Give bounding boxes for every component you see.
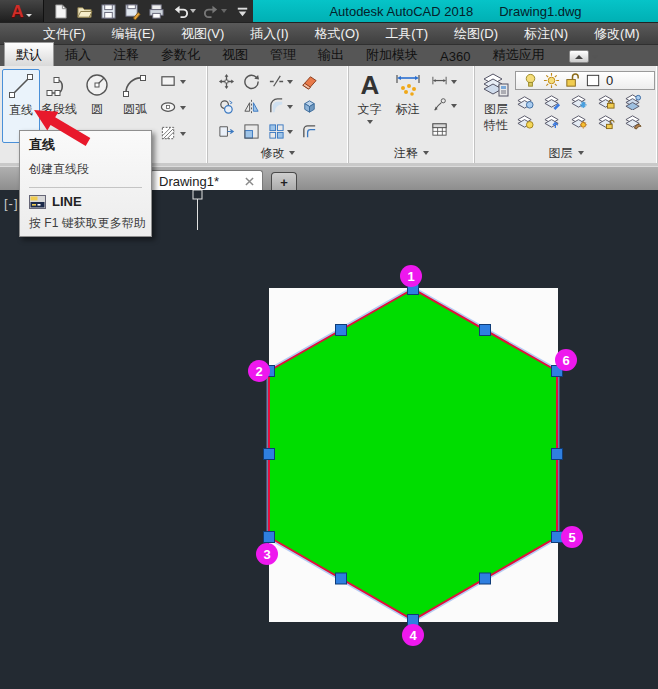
tab-featured-apps[interactable]: 精选应用 xyxy=(481,43,555,66)
collapse-dropdown-icon xyxy=(592,55,598,59)
plot-button[interactable] xyxy=(148,3,165,20)
grip-mid-top-left[interactable] xyxy=(336,325,347,336)
layer-dropdown[interactable]: 0 xyxy=(515,71,655,90)
menu-format[interactable]: 格式(O) xyxy=(302,23,373,45)
menu-modify[interactable]: 修改(M) xyxy=(581,23,653,45)
menu-parametric[interactable]: 参数(P) xyxy=(653,23,658,45)
leader-button[interactable] xyxy=(431,97,457,114)
erase-button[interactable] xyxy=(301,73,318,90)
drawing-canvas[interactable]: [-] xyxy=(0,190,658,689)
redo-button[interactable] xyxy=(203,3,227,20)
layer-properties-button[interactable]: 图层 特性 xyxy=(479,69,513,143)
layer-isolate-button[interactable] xyxy=(544,93,561,110)
save-button[interactable] xyxy=(100,3,117,20)
undo-dropdown-icon[interactable] xyxy=(190,9,196,13)
dimension-button[interactable]: 标注 xyxy=(389,69,427,143)
collapse-caret-icon xyxy=(575,55,583,59)
layer-on-button[interactable] xyxy=(517,113,534,130)
layer-freeze-button[interactable] xyxy=(571,93,588,110)
close-tab-icon[interactable] xyxy=(245,177,254,186)
tab-a360[interactable]: A360 xyxy=(429,46,481,66)
tab-insert[interactable]: 插入 xyxy=(54,43,102,66)
grip-vertex-4[interactable] xyxy=(408,615,419,626)
drawing-tab[interactable]: Drawing1* xyxy=(150,170,263,191)
menu-view[interactable]: 视图(V) xyxy=(168,23,237,45)
save-as-button[interactable] xyxy=(124,3,141,20)
offset-button[interactable] xyxy=(301,123,318,140)
open-file-button[interactable] xyxy=(76,3,93,20)
modify-panel-footer[interactable]: 修改 xyxy=(208,143,347,163)
array-dropdown-icon[interactable] xyxy=(287,130,293,134)
redo-icon xyxy=(203,3,220,20)
layer-walk-button[interactable] xyxy=(625,113,642,130)
table-button[interactable] xyxy=(431,121,457,138)
menu-draw[interactable]: 绘图(D) xyxy=(441,23,511,45)
trim-dropdown-icon[interactable] xyxy=(287,80,293,84)
text-dropdown-icon[interactable] xyxy=(367,120,373,124)
modify-panel: 修改 xyxy=(208,66,348,163)
layer-on-bulb-icon xyxy=(522,72,539,89)
layer-merge-button[interactable] xyxy=(625,93,642,110)
stretch-button[interactable] xyxy=(218,123,235,140)
grip-vertex-5[interactable] xyxy=(552,532,563,543)
menu-bar: 文件(F) 编辑(E) 视图(V) 插入(I) 格式(O) 工具(T) 绘图(D… xyxy=(0,22,658,44)
copy-button[interactable] xyxy=(218,98,235,115)
hatch-button[interactable] xyxy=(160,125,186,142)
tab-manage[interactable]: 管理 xyxy=(259,43,307,66)
model-space: 1 2 3 4 5 6 xyxy=(0,190,658,689)
new-file-button[interactable] xyxy=(52,3,69,20)
tab-annotate[interactable]: 注释 xyxy=(102,43,150,66)
move-button[interactable] xyxy=(218,73,235,90)
layer-color-swatch xyxy=(585,72,602,89)
customize-qat-icon xyxy=(234,3,251,20)
array-button[interactable] xyxy=(268,123,293,140)
new-drawing-tab-button[interactable]: + xyxy=(271,172,297,191)
menu-edit[interactable]: 编辑(E) xyxy=(99,23,168,45)
ellipse-button[interactable] xyxy=(160,99,186,116)
linear-dimension-button[interactable] xyxy=(431,73,457,90)
menu-dimension[interactable]: 标注(N) xyxy=(511,23,581,45)
grip-mid-bottom-right[interactable] xyxy=(480,573,491,584)
scale-button[interactable] xyxy=(243,123,260,140)
menu-tools[interactable]: 工具(T) xyxy=(372,23,441,45)
grip-mid-bottom-left[interactable] xyxy=(336,573,347,584)
app-menu-button[interactable]: A xyxy=(0,0,44,22)
leader-dropdown-icon[interactable] xyxy=(451,104,457,108)
explode-button[interactable] xyxy=(301,98,318,115)
hatch-icon xyxy=(160,125,177,142)
rectangle-button[interactable] xyxy=(160,73,186,90)
grip-vertex-3[interactable] xyxy=(264,532,275,543)
tab-view[interactable]: 视图 xyxy=(211,43,259,66)
trim-button[interactable] xyxy=(268,73,293,90)
ellipse-dropdown-icon[interactable] xyxy=(180,106,186,110)
fillet-dropdown-icon[interactable] xyxy=(287,105,293,109)
tab-default[interactable]: 默认 xyxy=(4,42,54,66)
line-tooltip: 直线 创建直线段 LINE 按 F1 键获取更多帮助 xyxy=(19,130,152,237)
tab-addins[interactable]: 附加模块 xyxy=(355,43,429,66)
layer-unlock-button[interactable] xyxy=(598,113,615,130)
layer-off-button[interactable] xyxy=(517,93,534,110)
grip-mid-top-right[interactable] xyxy=(480,325,491,336)
hatch-dropdown-icon[interactable] xyxy=(180,132,186,136)
layers-panel-footer[interactable]: 图层 xyxy=(475,143,657,163)
tab-output[interactable]: 输出 xyxy=(307,43,355,66)
ribbon-collapse-button[interactable] xyxy=(569,50,598,63)
annotate-panel-footer[interactable]: 注释 xyxy=(349,143,474,163)
linear-dimension-dropdown-icon[interactable] xyxy=(451,80,457,84)
layer-thaw-button[interactable] xyxy=(571,113,588,130)
undo-button[interactable] xyxy=(172,3,196,20)
mirror-button[interactable] xyxy=(243,98,260,115)
text-button[interactable]: A 文字 xyxy=(351,69,389,143)
customize-qat-button[interactable] xyxy=(234,3,251,20)
new-drawing-tab-label: + xyxy=(280,175,288,190)
grip-mid-left[interactable] xyxy=(264,449,275,460)
rotate-button[interactable] xyxy=(243,73,260,90)
layer-unisolate-button[interactable] xyxy=(544,113,561,130)
rectangle-dropdown-icon[interactable] xyxy=(180,80,186,84)
menu-insert[interactable]: 插入(I) xyxy=(237,23,301,45)
tab-parametric[interactable]: 参数化 xyxy=(150,43,211,66)
grip-mid-right[interactable] xyxy=(552,449,563,460)
fillet-button[interactable] xyxy=(268,98,293,115)
layer-lock-button[interactable] xyxy=(598,93,615,110)
svg-text:5: 5 xyxy=(568,530,575,545)
